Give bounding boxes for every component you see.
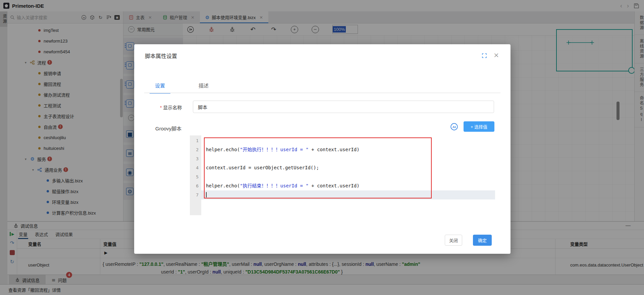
text-cursor	[206, 192, 207, 197]
script-properties-dialog: 脚本属性设置 × 设置描述 * 显示名称 脚本 Groovy脚本 AI + 选择…	[134, 44, 511, 254]
line-number-gutter: 1234567	[190, 135, 201, 215]
display-name-input[interactable]: 脚本	[193, 101, 494, 113]
dialog-tab-描述[interactable]: 描述	[199, 82, 209, 93]
close-button[interactable]: 关闭	[445, 235, 462, 246]
ai-helper-icon[interactable]: AI	[450, 123, 458, 131]
line-number: 5	[190, 172, 201, 181]
display-name-label: * 显示名称	[160, 104, 182, 111]
dialog-title: 脚本属性设置	[145, 52, 177, 60]
code-line-3	[201, 154, 495, 163]
code-line-7	[201, 190, 495, 199]
line-number: 3	[190, 154, 201, 163]
display-name-value: 脚本	[198, 104, 207, 110]
line-number: 2	[190, 145, 201, 154]
line-number: 4	[190, 163, 201, 172]
groovy-script-label: Groovy脚本	[155, 125, 181, 132]
close-icon[interactable]: ×	[493, 51, 499, 59]
code-line-6: helper.echo("执行结束！！！！userId = " + contex…	[201, 181, 495, 190]
code-line-4: context.userId = userObject.getUserId();	[201, 163, 495, 172]
code-line-1	[201, 136, 495, 145]
svg-text:AI: AI	[452, 125, 456, 129]
line-number: 7	[190, 190, 201, 199]
code-line-5	[201, 172, 495, 181]
fullscreen-icon[interactable]	[482, 53, 487, 58]
line-number: 6	[190, 181, 201, 190]
code-line-2: helper.echo("开始执行！！！！userId = " + contex…	[201, 145, 495, 154]
line-number: 1	[190, 136, 201, 145]
select-value-button[interactable]: + 选择值	[464, 121, 494, 132]
dialog-tab-设置[interactable]: 设置	[155, 82, 165, 93]
groovy-code-editor[interactable]: 1234567 helper.echo("开始执行！！！！userId = " …	[190, 135, 495, 215]
dialog-tabs: 设置描述	[155, 82, 209, 93]
required-mark: *	[160, 105, 162, 110]
primeton-ide-screen: Primeton-IDE ‹ › 资源 输入关键字搜索 AI ↻	[0, 0, 644, 295]
ok-button[interactable]: 确定	[473, 235, 492, 246]
